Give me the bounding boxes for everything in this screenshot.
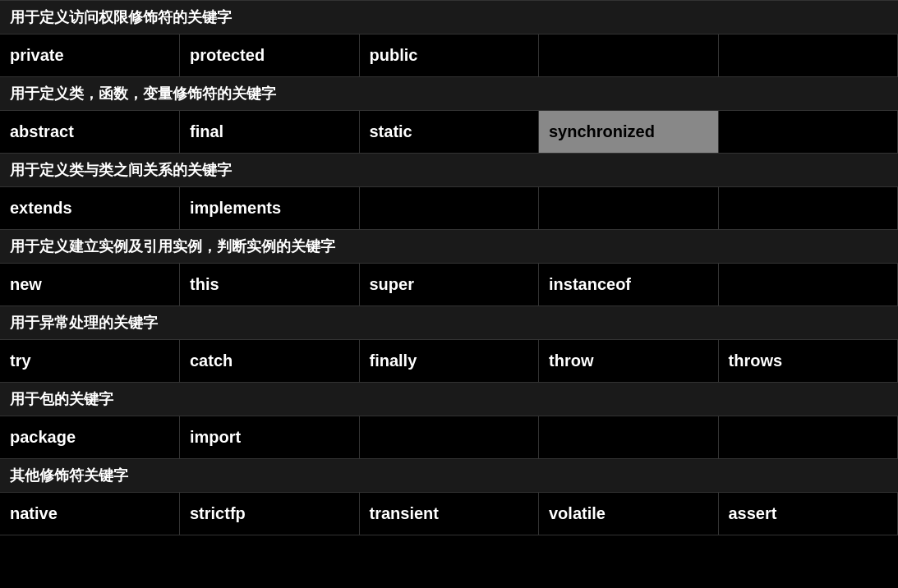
keyword-cell-exception-4: throws <box>718 340 898 383</box>
section-header-other: 其他修饰符关键字 <box>0 459 898 493</box>
keyword-cell-other-2: transient <box>359 493 539 535</box>
keyword-cell-other-0: native <box>0 493 180 535</box>
keyword-cell-class-modifiers-1: final <box>180 111 360 154</box>
section-header-package: 用于包的关键字 <box>0 383 898 416</box>
section-title-class-relations: 用于定义类与类之间关系的关键字 <box>0 154 898 187</box>
keyword-cell-instance-3: instanceof <box>539 264 719 306</box>
keyword-cell-exception-0: try <box>0 340 180 383</box>
keyword-cell-other-1: strictfp <box>180 493 360 535</box>
section-header-class-relations: 用于定义类与类之间关系的关键字 <box>0 154 898 187</box>
keyword-cell-instance-4 <box>718 264 898 306</box>
keyword-cell-class-relations-2 <box>359 187 539 230</box>
section-header-class-modifiers: 用于定义类，函数，变量修饰符的关键字 <box>0 77 898 111</box>
keyword-cell-package-2 <box>359 416 539 459</box>
keyword-cell-class-relations-1: implements <box>180 187 360 230</box>
keyword-cell-other-4: assert <box>718 493 898 535</box>
keyword-row-class-relations: extendsimplements <box>0 187 898 230</box>
section-header-exception: 用于异常处理的关键字 <box>0 306 898 340</box>
keyword-row-exception: trycatchfinallythrowthrows <box>0 340 898 383</box>
keyword-cell-access-modifiers-3 <box>539 34 719 77</box>
keyword-cell-class-modifiers-2: static <box>359 111 539 154</box>
section-title-other: 其他修饰符关键字 <box>0 459 898 493</box>
keyword-cell-package-1: import <box>180 416 360 459</box>
keyword-cell-instance-0: new <box>0 264 180 306</box>
keyword-cell-access-modifiers-1: protected <box>180 34 360 77</box>
keyword-cell-class-relations-4 <box>718 187 898 230</box>
keyword-row-other: nativestrictfptransientvolatileassert <box>0 493 898 535</box>
keyword-cell-access-modifiers-0: private <box>0 34 180 77</box>
section-header-instance: 用于定义建立实例及引用实例，判断实例的关键字 <box>0 230 898 264</box>
section-title-class-modifiers: 用于定义类，函数，变量修饰符的关键字 <box>0 77 898 111</box>
keyword-cell-class-modifiers-0: abstract <box>0 111 180 154</box>
keyword-cell-class-modifiers-3: synchronized <box>539 111 719 154</box>
keyword-cell-package-4 <box>718 416 898 459</box>
keywords-table: 用于定义访问权限修饰符的关键字privateprotectedpublic用于定… <box>0 0 898 535</box>
keyword-cell-class-relations-3 <box>539 187 719 230</box>
keyword-cell-exception-3: throw <box>539 340 719 383</box>
section-title-exception: 用于异常处理的关键字 <box>0 306 898 340</box>
keyword-cell-instance-2: super <box>359 264 539 306</box>
keyword-cell-class-relations-0: extends <box>0 187 180 230</box>
keyword-cell-class-modifiers-4 <box>718 111 898 154</box>
keyword-row-package: packageimport <box>0 416 898 459</box>
keyword-cell-package-0: package <box>0 416 180 459</box>
section-title-access-modifiers: 用于定义访问权限修饰符的关键字 <box>0 1 898 34</box>
keyword-cell-access-modifiers-2: public <box>359 34 539 77</box>
keyword-cell-exception-1: catch <box>180 340 360 383</box>
keyword-cell-instance-1: this <box>180 264 360 306</box>
keyword-cell-package-3 <box>539 416 719 459</box>
section-title-instance: 用于定义建立实例及引用实例，判断实例的关键字 <box>0 230 898 264</box>
section-title-package: 用于包的关键字 <box>0 383 898 416</box>
keyword-row-instance: newthissuperinstanceof <box>0 264 898 306</box>
keyword-row-access-modifiers: privateprotectedpublic <box>0 34 898 77</box>
keyword-cell-other-3: volatile <box>539 493 719 535</box>
keyword-cell-exception-2: finally <box>359 340 539 383</box>
keyword-row-class-modifiers: abstractfinalstaticsynchronized <box>0 111 898 154</box>
section-header-access-modifiers: 用于定义访问权限修饰符的关键字 <box>0 1 898 34</box>
keyword-cell-access-modifiers-4 <box>718 34 898 77</box>
